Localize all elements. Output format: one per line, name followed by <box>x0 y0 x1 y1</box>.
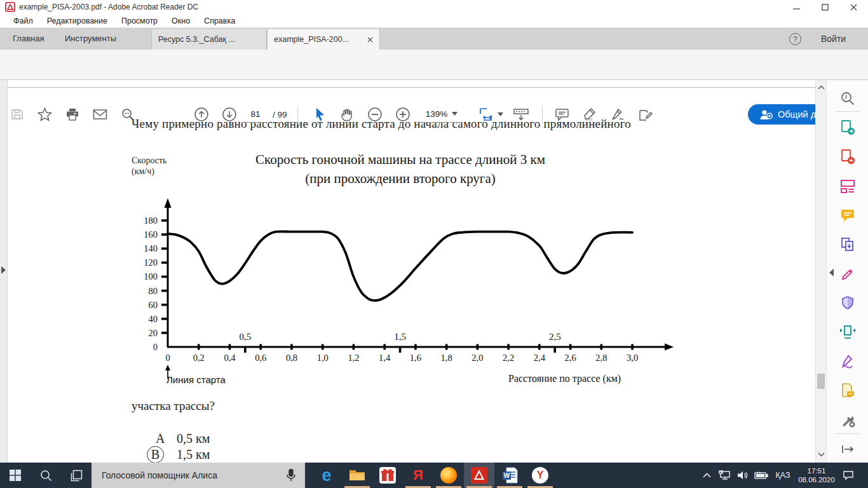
volume-icon[interactable] <box>735 463 751 488</box>
highlight-icon[interactable] <box>581 105 599 123</box>
page-total-label: / 99 <box>273 110 287 119</box>
combine-files-icon[interactable] <box>839 236 856 253</box>
close-button[interactable] <box>839 0 868 14</box>
battery-icon[interactable] <box>752 463 770 488</box>
svg-text:1,8: 1,8 <box>441 353 452 363</box>
expand-left-pane-icon[interactable] <box>1 266 6 274</box>
sign-icon[interactable] <box>839 353 856 370</box>
start-button[interactable] <box>0 463 31 488</box>
help-icon[interactable]: ? <box>789 33 801 45</box>
taskbar-app-edge[interactable]: e <box>311 463 342 488</box>
svg-text:1,2: 1,2 <box>348 353 359 363</box>
svg-text:1,0: 1,0 <box>317 353 329 363</box>
sign-in-button[interactable]: Войти <box>821 28 846 50</box>
fit-width-icon[interactable] <box>478 105 496 123</box>
menu-window[interactable]: Окно <box>165 17 197 25</box>
doc-tab-resource[interactable]: Ресурс 5.3._Сабақ ... <box>151 29 267 50</box>
sidebar-divider <box>836 111 860 112</box>
email-icon[interactable] <box>91 105 109 123</box>
scrollbar-thumb[interactable] <box>817 374 825 389</box>
zoom-level-select[interactable]: 139% <box>421 105 463 123</box>
network-icon[interactable] <box>717 463 733 488</box>
print-icon[interactable] <box>64 105 81 123</box>
taskbar-search-button[interactable] <box>31 463 61 488</box>
more-tools-icon[interactable] <box>839 412 856 428</box>
save-icon[interactable] <box>8 105 26 123</box>
maximize-button[interactable] <box>811 0 839 14</box>
microphone-icon[interactable] <box>286 468 296 482</box>
svg-text:2,0: 2,0 <box>471 353 483 363</box>
scroll-up-icon[interactable] <box>818 85 825 90</box>
fill-sign-icon[interactable] <box>636 105 654 123</box>
compress-pdf-icon[interactable] <box>839 324 856 341</box>
svg-text:40: 40 <box>149 314 158 324</box>
page-top-edge <box>8 87 815 88</box>
menu-view[interactable]: Просмотр <box>114 17 165 25</box>
svg-text:0,2: 0,2 <box>193 353 205 363</box>
file-explorer-icon <box>349 468 365 482</box>
comment-icon[interactable] <box>839 207 856 224</box>
taskbar-app-gift[interactable] <box>372 463 403 488</box>
taskbar: Голосовой помощник Алиса e Я <box>0 463 868 488</box>
acrobat-logo-icon <box>5 2 15 12</box>
sign-pen-icon[interactable] <box>608 105 626 123</box>
tab-close-icon[interactable] <box>367 37 373 43</box>
export-pdf-icon[interactable] <box>839 119 856 136</box>
menu-help[interactable]: Справка <box>197 17 242 25</box>
hand-tool-icon[interactable] <box>338 105 356 123</box>
chevron-down-icon <box>452 112 458 116</box>
taskbar-app-yandex-browser[interactable]: Y <box>525 463 555 488</box>
send-comments-icon[interactable] <box>839 383 856 399</box>
screen: Чему примерно равно расстояние от линии … <box>0 0 868 488</box>
select-tool-icon[interactable] <box>311 105 329 123</box>
taskbar-app-explorer[interactable] <box>342 463 372 488</box>
clock[interactable]: 17:51 08.06.2020 <box>797 463 836 488</box>
zoom-in-icon[interactable] <box>394 105 412 123</box>
chevron-down-icon[interactable] <box>498 112 503 116</box>
edit-pdf-icon[interactable] <box>839 178 856 194</box>
taskbar-app-acrobat-active[interactable] <box>464 463 494 488</box>
word-letter: W <box>503 472 510 479</box>
svg-text:60: 60 <box>149 300 158 310</box>
title-bar: example_PISA-2003.pdf - Adobe Acrobat Re… <box>0 0 868 14</box>
taskbar-app-firefox[interactable] <box>433 463 464 488</box>
taskbar-app-yandex[interactable]: Я <box>403 463 433 488</box>
expand-tools-pane-icon[interactable] <box>829 268 834 277</box>
tab-home[interactable]: Главная <box>13 28 44 50</box>
svg-text:160: 160 <box>144 229 158 240</box>
clock-date: 08.06.2020 <box>798 475 835 484</box>
share-person-icon <box>759 108 773 121</box>
alice-search-box[interactable]: Голосовой помощник Алиса <box>92 463 305 488</box>
menu-file[interactable]: Файл <box>6 17 40 25</box>
page-up-icon[interactable] <box>193 105 210 123</box>
star-icon[interactable] <box>36 105 53 123</box>
taskbar-app-word[interactable]: W <box>494 463 525 488</box>
search-tool-icon[interactable] <box>839 90 856 107</box>
action-center-icon[interactable] <box>839 463 858 488</box>
zoom-out-icon[interactable] <box>366 105 384 123</box>
page-number-input[interactable]: 81 <box>243 105 268 123</box>
protect-icon[interactable] <box>839 295 856 311</box>
vertical-scrollbar[interactable] <box>815 80 826 463</box>
page-scroll-icon[interactable] <box>512 105 530 123</box>
svg-text:2,6: 2,6 <box>565 353 576 363</box>
find-icon[interactable] <box>119 105 137 123</box>
pdf-page[interactable]: Чему примерно равно расстояние от линии … <box>0 80 868 463</box>
language-indicator[interactable]: ҚАЗ <box>771 463 794 488</box>
tab-tools[interactable]: Инструменты <box>65 28 116 50</box>
page-down-icon[interactable] <box>220 105 238 123</box>
comment-bubble-icon[interactable] <box>553 105 571 123</box>
minimize-button[interactable] <box>782 0 811 14</box>
menu-edit[interactable]: Редактирование <box>40 17 114 25</box>
tray-chevron-icon[interactable] <box>699 463 714 488</box>
doc-tab-example-active[interactable]: example_PISA-200... <box>267 29 380 50</box>
doc-tab-label: example_PISA-200... <box>274 35 363 44</box>
create-pdf-icon[interactable] <box>839 149 856 165</box>
answer-text-a: 0,5 км <box>177 431 210 446</box>
expand-pane-icon[interactable] <box>839 441 856 458</box>
edge-icon: e <box>322 467 331 484</box>
fill-sign-pen-icon[interactable] <box>839 266 856 282</box>
task-view-button[interactable] <box>61 463 92 488</box>
answer-b-selected-circle: В <box>147 446 164 463</box>
scroll-down-icon[interactable] <box>818 452 825 457</box>
